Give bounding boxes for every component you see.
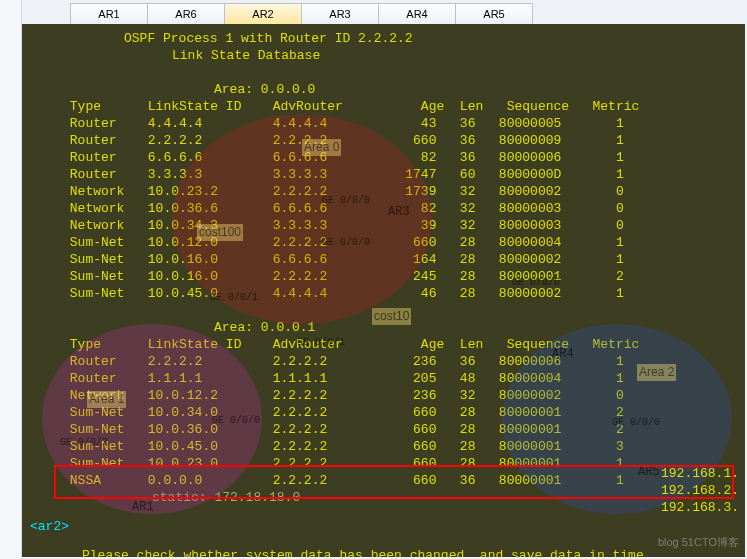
lsdb-title: Link State Database	[22, 47, 745, 64]
lsa-row: Router 2.2.2.2 2.2.2.2 236 36 80000006 1	[22, 353, 745, 370]
extra-ip-2: 192.168.2.	[661, 482, 739, 499]
lsa-row: Router 6.6.6.6 6.6.6.6 82 36 80000006 1	[22, 149, 745, 166]
col-header-area0: Type LinkState ID AdvRouter Age Len Sequ…	[22, 98, 745, 115]
tab-ar5[interactable]: AR5	[455, 3, 533, 24]
lsa-row: Sum-Net 10.0.45.0 2.2.2.2 660 28 8000000…	[22, 438, 745, 455]
lsa-row: Router 2.2.2.2 2.2.2.2 660 36 80000009 1	[22, 132, 745, 149]
lsa-row: Router 3.3.3.3 3.3.3.3 1747 60 8000000D …	[22, 166, 745, 183]
tab-ar4[interactable]: AR4	[378, 3, 456, 24]
area0-header: Area: 0.0.0.0	[22, 81, 745, 98]
lsa-row: Network 10.0.36.6 6.6.6.6 82 32 80000003…	[22, 200, 745, 217]
lsa-row: Network 10.0.23.2 2.2.2.2 1739 32 800000…	[22, 183, 745, 200]
tab-ar2[interactable]: AR2	[224, 3, 302, 24]
lsa-row: Sum-Net 10.0.12.0 2.2.2.2 660 28 8000000…	[22, 234, 745, 251]
lsa-row: Network 10.0.34.3 3.3.3.3 39 32 80000003…	[22, 217, 745, 234]
terminal-text: OSPF Process 1 with Router ID 2.2.2.2 Li…	[22, 30, 745, 557]
extra-ip-1: 192.168.1.	[661, 465, 739, 482]
tab-ar6[interactable]: AR6	[147, 3, 225, 24]
lsa-row: Sum-Net 10.0.45.0 4.4.4.4 46 28 80000002…	[22, 285, 745, 302]
col-header-area1: Type LinkState ID AdvRouter Age Len Sequ…	[22, 336, 745, 353]
lsa-row: Sum-Net 10.0.16.0 2.2.2.2 245 28 8000000…	[22, 268, 745, 285]
cli-prompt[interactable]: <ar2>	[22, 518, 745, 535]
lsa-row: Sum-Net 10.0.16.0 6.6.6.6 164 28 8000000…	[22, 251, 745, 268]
tab-ar3[interactable]: AR3	[301, 3, 379, 24]
ospf-process-line: OSPF Process 1 with Router ID 2.2.2.2	[22, 30, 745, 47]
lsa-row: Sum-Net 10.0.34.0 2.2.2.2 660 28 8000000…	[22, 404, 745, 421]
area1-header: Area: 0.0.0.1	[22, 319, 745, 336]
tab-ar1[interactable]: AR1	[70, 3, 148, 24]
terminal-output[interactable]: Area 0 Area 1 Area 2 AR3 AR4 AR5 AR1 cos…	[22, 24, 745, 557]
lsa-row: Router 4.4.4.4 4.4.4.4 43 36 80000005 1	[22, 115, 745, 132]
save-data-warning: Please check whether system data has bee…	[22, 547, 745, 557]
lsa-row: Sum-Net 10.0.23.0 2.2.2.2 660 28 8000000…	[22, 455, 745, 472]
tab-bar: AR1 AR6 AR2 AR3 AR4 AR5	[70, 3, 532, 24]
lsa-row: Router 1.1.1.1 1.1.1.1 205 48 80000004 1	[22, 370, 745, 387]
lsa-row: NSSA 0.0.0.0 2.2.2.2 660 36 80000001 1	[22, 472, 745, 489]
lsa-row: Sum-Net 10.0.36.0 2.2.2.2 660 28 8000000…	[22, 421, 745, 438]
extra-ip-3: 192.168.3.	[661, 499, 739, 516]
sheet-row-gutter	[0, 0, 22, 559]
nssa-static-line: static: 172.18.18.0	[22, 489, 745, 506]
watermark: blog 51CTO博客	[658, 534, 739, 551]
lsa-row: Network 10.0.12.2 2.2.2.2 236 32 8000000…	[22, 387, 745, 404]
